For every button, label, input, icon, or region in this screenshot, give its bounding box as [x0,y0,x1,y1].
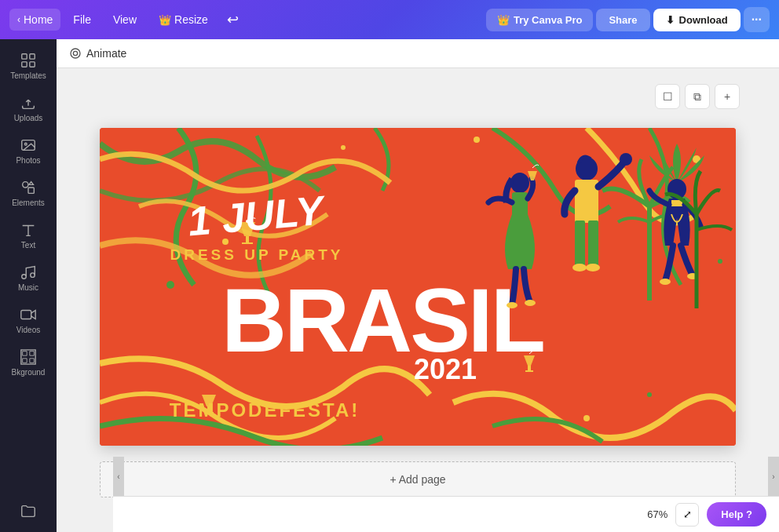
svg-rect-42 [588,220,598,268]
svg-point-49 [660,279,671,285]
view-menu[interactable]: View [104,9,146,31]
chevron-left-icon: ‹ [17,14,20,25]
zoom-level: 67% [647,508,667,520]
uploads-label: Uploads [14,114,43,122]
photos-icon [20,137,37,154]
text-label: Text [21,241,35,250]
svg-point-45 [586,264,600,271]
undo-button[interactable]: ↩ [221,6,245,33]
help-label: Help ? [721,508,752,520]
animate-button[interactable]: Animate [69,47,126,60]
background-icon [20,348,37,366]
svg-rect-0 [22,54,27,59]
svg-point-5 [24,143,27,145]
animate-bar: Animate [57,39,779,68]
add-page-label: + Add page [390,473,445,486]
svg-rect-24 [242,242,253,244]
add-page-button[interactable]: + Add page [100,461,736,497]
svg-rect-41 [575,220,585,268]
videos-label: Videos [16,326,40,334]
svg-text:2021: 2021 [414,353,477,385]
main-layout: Templates Uploads Photos Elements [0,39,779,532]
svg-point-19 [718,259,722,264]
svg-point-16 [166,281,174,289]
download-button[interactable]: ⬇ Download [653,9,741,31]
canvas-scroll-area: ☐ ⧉ + [57,68,779,532]
templates-icon [20,52,37,69]
background-label: Bkground [12,368,46,377]
more-options-button[interactable]: ··· [744,7,770,32]
try-canva-pro-button[interactable]: 👑 Try Canva Pro [486,9,593,31]
fullscreen-button[interactable]: ⤢ [675,503,699,527]
svg-rect-40 [575,180,598,223]
svg-point-11 [71,49,80,58]
scroll-left-button[interactable]: ‹ [113,457,124,496]
sidebar-item-photos[interactable]: Photos [3,130,53,171]
videos-icon [20,306,37,323]
svg-point-44 [572,264,587,271]
duplicate-tool-button[interactable]: ⧉ [685,84,710,109]
sidebar-item-uploads[interactable]: Uploads [3,88,53,129]
svg-point-17 [474,137,480,143]
design-canvas[interactable]: 1 JULY DRESS UP PARTY BRASIL 2021 TEMPOD… [100,128,736,446]
fullscreen-icon: ⤢ [683,508,692,520]
resize-crown-icon: 👑 [159,14,171,26]
sidebar-item-templates[interactable]: Templates [3,46,53,86]
bottom-bar: 67% ⤢ Help ? [113,496,779,532]
home-label: Home [24,13,53,26]
sidebar-item-text[interactable]: Text [3,215,53,256]
svg-point-12 [73,51,77,55]
svg-point-20 [583,415,590,421]
elements-label: Elements [12,199,45,207]
folder-icon [20,502,37,519]
svg-text:TEMPODEFESTA!: TEMPODEFESTA! [170,399,360,421]
svg-rect-10 [21,311,31,319]
sidebar-item-videos[interactable]: Videos [3,300,53,341]
sidebar-item-music[interactable]: Music [3,257,53,298]
svg-point-15 [341,145,346,150]
design-illustration: 1 JULY DRESS UP PARTY BRASIL 2021 TEMPOD… [100,128,736,446]
sidebar-item-background[interactable]: Bkground [3,342,53,383]
svg-text:BRASIL: BRASIL [221,270,543,370]
crown-icon: 👑 [497,14,510,26]
svg-rect-2 [22,62,27,67]
svg-rect-7 [28,188,34,193]
svg-rect-1 [30,54,35,59]
svg-point-38 [525,300,536,306]
share-button[interactable]: Share [596,9,649,31]
home-button[interactable]: ‹ Home [9,9,60,31]
svg-point-43 [620,153,632,166]
svg-point-8 [22,275,27,279]
templates-label: Templates [10,71,46,80]
notes-tool-button[interactable]: ☐ [655,84,680,109]
svg-point-21 [647,392,652,397]
add-page-tool-button[interactable]: + [715,84,740,109]
sidebar: Templates Uploads Photos Elements [0,39,57,532]
help-button[interactable]: Help ? [707,502,766,527]
text-icon [20,221,37,239]
sidebar-item-elements[interactable]: Elements [3,173,53,213]
photos-label: Photos [16,156,40,165]
svg-point-9 [31,273,35,278]
svg-rect-60 [525,370,533,372]
svg-rect-59 [528,366,531,370]
music-label: Music [18,283,38,292]
sidebar-item-folder[interactable] [3,496,53,526]
canvas-tools: ☐ ⧉ + [96,84,740,109]
elements-icon [20,179,37,196]
download-icon: ⬇ [666,14,675,26]
animate-icon [69,47,82,60]
resize-menu[interactable]: 👑 Resize [149,9,218,31]
file-menu[interactable]: File [64,9,101,31]
svg-point-34 [510,173,529,193]
svg-text:DRESS UP PARTY: DRESS UP PARTY [170,246,343,263]
svg-point-37 [507,302,518,308]
scroll-right-button[interactable]: › [768,457,779,496]
uploads-icon [20,94,37,111]
svg-rect-3 [30,62,35,67]
svg-point-6 [23,182,28,188]
top-navigation: ‹ Home File View 👑 Resize ↩ 👑 Try Canva … [0,0,779,39]
music-icon [20,264,37,281]
